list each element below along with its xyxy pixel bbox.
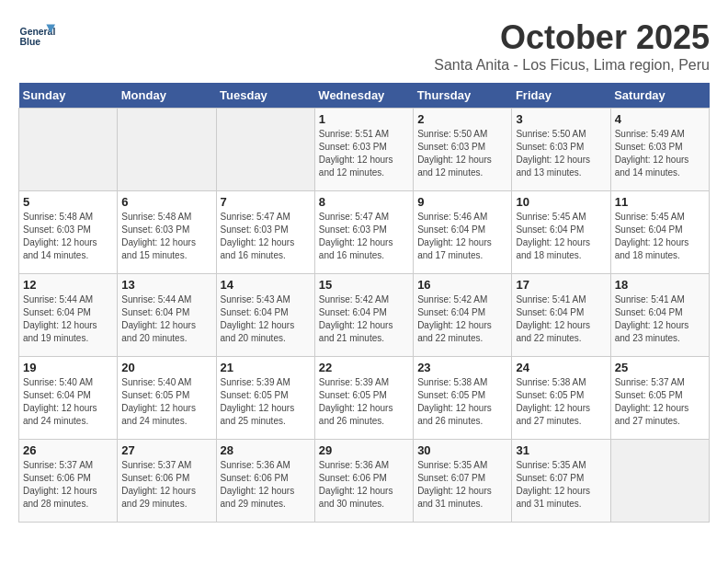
logo: General Blue [18, 18, 59, 55]
weekday-header-friday: Friday [512, 83, 610, 109]
day-number: 11 [615, 195, 705, 209]
day-info: Sunrise: 5:37 AM Sunset: 6:05 PM Dayligh… [615, 376, 705, 428]
calendar-cell: 8Sunrise: 5:47 AM Sunset: 6:03 PM Daylig… [314, 191, 413, 274]
calendar-cell: 11Sunrise: 5:45 AM Sunset: 6:04 PM Dayli… [610, 191, 709, 274]
day-info: Sunrise: 5:51 AM Sunset: 6:03 PM Dayligh… [319, 128, 409, 179]
day-info: Sunrise: 5:39 AM Sunset: 6:05 PM Dayligh… [319, 376, 409, 428]
day-number: 9 [417, 195, 507, 209]
day-number: 14 [221, 278, 311, 292]
calendar-cell: 29Sunrise: 5:36 AM Sunset: 6:06 PM Dayli… [314, 440, 413, 523]
day-number: 16 [417, 278, 507, 292]
day-number: 17 [516, 278, 606, 292]
day-info: Sunrise: 5:48 AM Sunset: 6:03 PM Dayligh… [23, 211, 113, 262]
day-info: Sunrise: 5:45 AM Sunset: 6:04 PM Dayligh… [615, 211, 705, 262]
day-number: 25 [615, 361, 705, 374]
calendar-cell: 25Sunrise: 5:37 AM Sunset: 6:05 PM Dayli… [610, 357, 709, 440]
calendar-cell: 21Sunrise: 5:39 AM Sunset: 6:05 PM Dayli… [216, 357, 314, 440]
day-number: 10 [516, 195, 606, 209]
calendar-cell: 18Sunrise: 5:41 AM Sunset: 6:04 PM Dayli… [610, 274, 709, 357]
day-info: Sunrise: 5:38 AM Sunset: 6:05 PM Dayligh… [516, 376, 606, 428]
weekday-header-sunday: Sunday [19, 83, 118, 109]
calendar-cell: 24Sunrise: 5:38 AM Sunset: 6:05 PM Dayli… [512, 357, 610, 440]
day-number: 28 [221, 443, 311, 457]
calendar-cell: 20Sunrise: 5:40 AM Sunset: 6:05 PM Dayli… [118, 357, 216, 440]
location: Santa Anita - Los Ficus, Lima region, Pe… [434, 57, 710, 74]
week-row-4: 19Sunrise: 5:40 AM Sunset: 6:04 PM Dayli… [19, 357, 710, 440]
day-info: Sunrise: 5:44 AM Sunset: 6:04 PM Dayligh… [23, 293, 113, 345]
day-number: 22 [319, 361, 409, 374]
day-number: 3 [516, 112, 606, 126]
day-number: 5 [23, 195, 113, 209]
weekday-header-row: SundayMondayTuesdayWednesdayThursdayFrid… [19, 83, 710, 109]
day-info: Sunrise: 5:42 AM Sunset: 6:04 PM Dayligh… [319, 293, 409, 345]
calendar-cell: 10Sunrise: 5:45 AM Sunset: 6:04 PM Dayli… [512, 191, 610, 274]
month-title: October 2025 [434, 18, 710, 57]
day-number: 12 [23, 278, 113, 292]
day-number: 31 [516, 443, 606, 457]
day-number: 18 [615, 278, 705, 292]
day-number: 26 [23, 443, 113, 457]
day-info: Sunrise: 5:47 AM Sunset: 6:03 PM Dayligh… [319, 211, 409, 262]
calendar-cell: 26Sunrise: 5:37 AM Sunset: 6:06 PM Dayli… [19, 440, 118, 523]
calendar-cell: 23Sunrise: 5:38 AM Sunset: 6:05 PM Dayli… [414, 357, 512, 440]
day-number: 2 [417, 112, 507, 126]
day-info: Sunrise: 5:41 AM Sunset: 6:04 PM Dayligh… [516, 293, 606, 345]
day-number: 23 [417, 361, 507, 374]
day-info: Sunrise: 5:50 AM Sunset: 6:03 PM Dayligh… [516, 128, 606, 179]
calendar-cell: 13Sunrise: 5:44 AM Sunset: 6:04 PM Dayli… [118, 274, 216, 357]
calendar-cell: 17Sunrise: 5:41 AM Sunset: 6:04 PM Dayli… [512, 274, 610, 357]
calendar-cell: 19Sunrise: 5:40 AM Sunset: 6:04 PM Dayli… [19, 357, 118, 440]
week-row-3: 12Sunrise: 5:44 AM Sunset: 6:04 PM Dayli… [19, 274, 710, 357]
day-number: 13 [121, 278, 211, 292]
day-info: Sunrise: 5:40 AM Sunset: 6:05 PM Dayligh… [121, 376, 211, 428]
weekday-header-wednesday: Wednesday [314, 83, 413, 109]
calendar-cell [118, 109, 216, 191]
title-block: October 2025 Santa Anita - Los Ficus, Li… [434, 18, 710, 74]
calendar-cell: 9Sunrise: 5:46 AM Sunset: 6:04 PM Daylig… [414, 191, 512, 274]
calendar-cell [610, 440, 709, 523]
day-number: 24 [516, 361, 606, 374]
weekday-header-thursday: Thursday [414, 83, 512, 109]
calendar-cell [19, 109, 118, 191]
weekday-header-tuesday: Tuesday [216, 83, 314, 109]
day-number: 19 [23, 361, 113, 374]
day-info: Sunrise: 5:42 AM Sunset: 6:04 PM Dayligh… [417, 293, 507, 345]
calendar-cell: 16Sunrise: 5:42 AM Sunset: 6:04 PM Dayli… [414, 274, 512, 357]
calendar-cell [216, 109, 314, 191]
calendar-cell: 2Sunrise: 5:50 AM Sunset: 6:03 PM Daylig… [414, 109, 512, 191]
week-row-5: 26Sunrise: 5:37 AM Sunset: 6:06 PM Dayli… [19, 440, 710, 523]
day-number: 29 [319, 443, 409, 457]
calendar-table: SundayMondayTuesdayWednesdayThursdayFrid… [18, 83, 710, 523]
day-number: 6 [121, 195, 211, 209]
day-info: Sunrise: 5:36 AM Sunset: 6:06 PM Dayligh… [221, 459, 311, 511]
day-info: Sunrise: 5:37 AM Sunset: 6:06 PM Dayligh… [23, 459, 113, 511]
day-info: Sunrise: 5:44 AM Sunset: 6:04 PM Dayligh… [121, 293, 211, 345]
calendar-cell: 30Sunrise: 5:35 AM Sunset: 6:07 PM Dayli… [414, 440, 512, 523]
svg-text:Blue: Blue [20, 37, 41, 47]
day-number: 21 [221, 361, 311, 374]
day-number: 7 [221, 195, 311, 209]
day-number: 20 [121, 361, 211, 374]
week-row-1: 1Sunrise: 5:51 AM Sunset: 6:03 PM Daylig… [19, 109, 710, 191]
day-number: 30 [417, 443, 507, 457]
day-info: Sunrise: 5:48 AM Sunset: 6:03 PM Dayligh… [121, 211, 211, 262]
day-info: Sunrise: 5:35 AM Sunset: 6:07 PM Dayligh… [516, 459, 606, 511]
calendar-cell: 3Sunrise: 5:50 AM Sunset: 6:03 PM Daylig… [512, 109, 610, 191]
calendar-cell: 14Sunrise: 5:43 AM Sunset: 6:04 PM Dayli… [216, 274, 314, 357]
week-row-2: 5Sunrise: 5:48 AM Sunset: 6:03 PM Daylig… [19, 191, 710, 274]
day-info: Sunrise: 5:37 AM Sunset: 6:06 PM Dayligh… [121, 459, 211, 511]
day-info: Sunrise: 5:41 AM Sunset: 6:04 PM Dayligh… [615, 293, 705, 345]
day-info: Sunrise: 5:35 AM Sunset: 6:07 PM Dayligh… [417, 459, 507, 511]
calendar-cell: 28Sunrise: 5:36 AM Sunset: 6:06 PM Dayli… [216, 440, 314, 523]
day-info: Sunrise: 5:39 AM Sunset: 6:05 PM Dayligh… [221, 376, 311, 428]
day-info: Sunrise: 5:43 AM Sunset: 6:04 PM Dayligh… [221, 293, 311, 345]
calendar-cell: 31Sunrise: 5:35 AM Sunset: 6:07 PM Dayli… [512, 440, 610, 523]
day-info: Sunrise: 5:38 AM Sunset: 6:05 PM Dayligh… [417, 376, 507, 428]
calendar-cell: 12Sunrise: 5:44 AM Sunset: 6:04 PM Dayli… [19, 274, 118, 357]
day-number: 1 [319, 112, 409, 126]
day-number: 15 [319, 278, 409, 292]
day-info: Sunrise: 5:46 AM Sunset: 6:04 PM Dayligh… [417, 211, 507, 262]
day-number: 8 [319, 195, 409, 209]
calendar-cell: 1Sunrise: 5:51 AM Sunset: 6:03 PM Daylig… [314, 109, 413, 191]
day-number: 4 [615, 112, 705, 126]
